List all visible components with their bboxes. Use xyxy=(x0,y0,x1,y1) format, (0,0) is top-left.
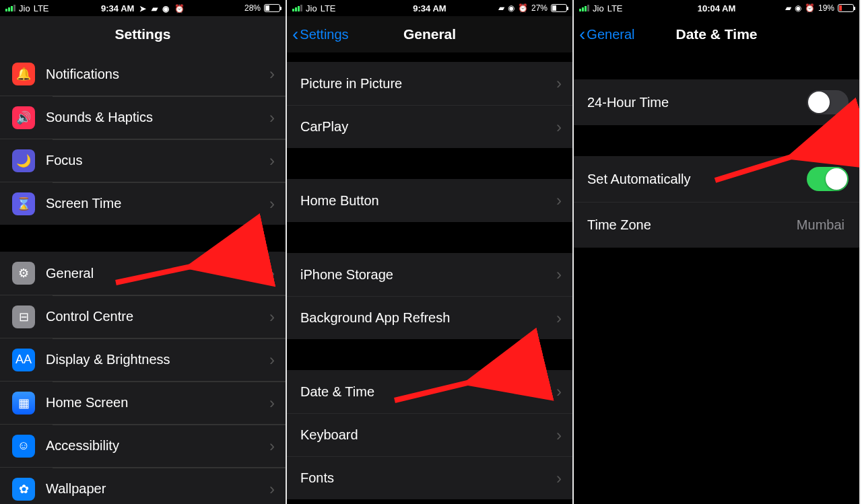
battery-icon xyxy=(551,4,567,12)
control-centre-icon: ⊟ xyxy=(12,305,35,328)
pane-general: Jio LTE 9:34 AM ▰ ◉ ⏰ 27% ‹ Settings Gen… xyxy=(287,0,574,504)
chevron-right-icon: › xyxy=(556,426,562,445)
row-label: Control Centre xyxy=(46,309,265,324)
row-label: Picture in Picture xyxy=(300,76,552,92)
row-wallpaper[interactable]: ✿ Wallpaper › xyxy=(0,467,286,504)
battery-icon xyxy=(838,4,854,12)
page-title: Settings xyxy=(115,26,171,42)
location-arrow-icon: ➤ xyxy=(139,4,146,13)
chevron-right-icon: › xyxy=(556,469,562,488)
navbar: Settings xyxy=(0,16,286,52)
alarm-icon: ⏰ xyxy=(174,4,185,13)
row-screen-time[interactable]: ⌛ Screen Time › xyxy=(0,182,286,225)
back-button[interactable]: ‹ General xyxy=(579,25,634,44)
back-button[interactable]: ‹ Settings xyxy=(292,25,349,44)
alarm-icon: ⏰ xyxy=(518,3,528,13)
chevron-right-icon: › xyxy=(556,74,562,93)
car-icon: ▰ xyxy=(785,3,791,13)
chevron-right-icon: › xyxy=(556,309,562,328)
row-label: Accessibility xyxy=(46,438,265,454)
row-24-hour-time[interactable]: 24-Hour Time xyxy=(574,79,859,125)
battery-percent: 27% xyxy=(531,3,548,13)
pane-settings: Jio LTE 9:34 AM ➤ ▰ ◉ ⏰ 28% Settings 🔔 N… xyxy=(0,0,287,504)
chevron-left-icon: ‹ xyxy=(579,25,585,44)
row-set-automatically[interactable]: Set Automatically xyxy=(574,156,859,202)
row-value: Mumbai xyxy=(797,217,844,233)
row-time-zone[interactable]: Time Zone Mumbai xyxy=(574,202,859,248)
toggle-set-automatically[interactable] xyxy=(807,167,849,191)
chevron-right-icon: › xyxy=(269,108,275,127)
screen-time-icon: ⌛ xyxy=(12,192,35,215)
row-fonts[interactable]: Fonts › xyxy=(287,456,572,499)
chevron-right-icon: › xyxy=(556,191,562,210)
row-label: Keyboard xyxy=(300,427,552,443)
row-label: Sounds & Haptics xyxy=(46,110,265,125)
row-accessibility[interactable]: ☺ Accessibility › xyxy=(0,424,286,467)
notifications-icon: 🔔 xyxy=(12,63,35,85)
row-label: Screen Time xyxy=(46,196,265,211)
row-sounds-haptics[interactable]: 🔊 Sounds & Haptics › xyxy=(0,96,286,139)
focus-icon: 🌙 xyxy=(12,149,35,172)
network-type: LTE xyxy=(607,3,623,13)
row-control-centre[interactable]: ⊟ Control Centre › xyxy=(0,295,286,338)
row-date-time[interactable]: Date & Time › xyxy=(287,370,572,413)
status-bar: Jio LTE 9:34 AM ▰ ◉ ⏰ 27% xyxy=(287,0,572,16)
battery-percent: 19% xyxy=(818,3,834,13)
alarm-icon: ⏰ xyxy=(805,3,815,13)
chevron-right-icon: › xyxy=(269,65,275,83)
chevron-left-icon: ‹ xyxy=(292,25,298,44)
status-bar: Jio LTE 9:34 AM ➤ ▰ ◉ ⏰ 28% xyxy=(0,0,286,16)
pane-date-time: Jio LTE 10:04 AM ▰ ◉ ⏰ 19% ‹ General Dat… xyxy=(574,0,861,504)
row-label: Focus xyxy=(46,153,265,168)
target-icon: ◉ xyxy=(162,4,169,13)
row-focus[interactable]: 🌙 Focus › xyxy=(0,139,286,182)
row-iphone-storage[interactable]: iPhone Storage › xyxy=(287,253,572,296)
row-home-button[interactable]: Home Button › xyxy=(287,179,572,222)
row-label: Notifications xyxy=(46,67,265,82)
chevron-right-icon: › xyxy=(269,151,275,170)
battery-percent: 28% xyxy=(244,3,261,13)
accessibility-icon: ☺ xyxy=(12,435,35,458)
general-icon: ⚙ xyxy=(12,262,35,285)
battery-icon xyxy=(264,4,280,12)
row-keyboard[interactable]: Keyboard › xyxy=(287,413,572,456)
back-label: General xyxy=(587,27,634,42)
chevron-right-icon: › xyxy=(269,194,275,213)
chevron-right-icon: › xyxy=(269,437,275,456)
sounds-haptics-icon: 🔊 xyxy=(12,106,35,129)
row-label: 24-Hour Time xyxy=(587,95,807,110)
chevron-right-icon: › xyxy=(269,394,275,412)
home-screen-icon: ▦ xyxy=(12,392,35,415)
row-label: General xyxy=(46,266,265,281)
row-general[interactable]: ⚙ General › xyxy=(0,252,286,295)
status-time: 9:34 AM xyxy=(101,3,134,13)
status-time: 9:34 AM xyxy=(413,3,446,13)
chevron-right-icon: › xyxy=(269,351,275,369)
row-notifications[interactable]: 🔔 Notifications › xyxy=(0,52,286,96)
row-carplay[interactable]: CarPlay › xyxy=(287,105,572,148)
row-label: Set Automatically xyxy=(587,172,807,187)
row-label: Wallpaper xyxy=(46,481,265,497)
row-label: Date & Time xyxy=(300,384,552,400)
carrier: Jio xyxy=(593,3,604,13)
carrier: Jio xyxy=(306,3,317,13)
chevron-right-icon: › xyxy=(556,265,562,284)
target-icon: ◉ xyxy=(795,3,801,13)
row-label: iPhone Storage xyxy=(300,267,552,283)
toggle-24-hour[interactable] xyxy=(807,90,849,114)
chevron-right-icon: › xyxy=(269,264,275,283)
row-label: Background App Refresh xyxy=(300,310,552,326)
page-title: General xyxy=(403,26,456,42)
row-home-screen[interactable]: ▦ Home Screen › xyxy=(0,381,286,424)
row-label: Display & Brightness xyxy=(46,352,265,367)
navbar: ‹ Settings General xyxy=(287,16,572,52)
status-bar: Jio LTE 10:04 AM ▰ ◉ ⏰ 19% xyxy=(574,0,859,16)
row-label: Time Zone xyxy=(587,217,797,233)
page-title: Date & Time xyxy=(676,26,758,42)
row-background-app-refresh[interactable]: Background App Refresh › xyxy=(287,296,572,339)
car-icon: ▰ xyxy=(498,3,504,13)
row-label: Home Button xyxy=(300,193,552,209)
row-display-brightness[interactable]: AA Display & Brightness › xyxy=(0,338,286,381)
row-picture-in-picture[interactable]: Picture in Picture › xyxy=(287,62,572,105)
signal-icon xyxy=(292,5,302,11)
